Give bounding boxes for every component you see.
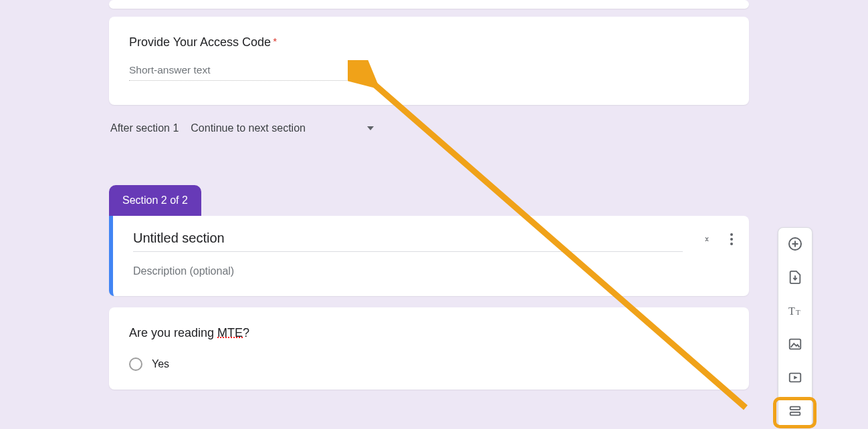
text-tt-icon: TT <box>787 303 803 319</box>
section-description-placeholder[interactable]: Description (optional) <box>133 265 729 277</box>
short-answer-preview: Short-answer text <box>129 64 366 81</box>
add-video-button[interactable] <box>786 368 804 387</box>
section-header-card[interactable]: Untitled section Description (optional) … <box>109 216 749 296</box>
svg-rect-10 <box>790 412 800 416</box>
section-badge: Section 2 of 2 <box>109 185 201 216</box>
add-image-button[interactable] <box>786 335 804 353</box>
section-2-block: Section 2 of 2 Untitled section Descript… <box>109 185 749 296</box>
after-section-row: After section 1 Continue to next section <box>109 118 749 138</box>
prev-card-peek <box>109 0 749 9</box>
svg-marker-8 <box>794 376 798 380</box>
svg-rect-9 <box>790 407 800 410</box>
chevron-down-icon <box>367 126 374 130</box>
svg-text:T: T <box>788 305 795 317</box>
question-card-access-code[interactable]: Provide Your Access Code* Short-answer t… <box>109 17 749 105</box>
import-questions-button[interactable] <box>786 268 804 287</box>
question-title: Provide Your Access Code* <box>129 35 729 49</box>
chevron-up-icon: ⌃ <box>703 240 710 245</box>
question-title: Are you reading MTE? <box>129 326 729 340</box>
option-label: Yes <box>152 358 169 370</box>
radio-option[interactable]: Yes <box>129 358 729 371</box>
add-title-button[interactable]: TT <box>786 301 804 320</box>
question-card-reading-mte[interactable]: Are you reading MTE? Yes <box>109 307 749 390</box>
form-column: Provide Your Access Code* Short-answer t… <box>109 0 749 390</box>
import-file-icon <box>788 270 802 285</box>
add-section-button[interactable] <box>786 402 804 420</box>
add-question-button[interactable] <box>786 235 804 253</box>
video-icon <box>788 370 802 385</box>
after-section-label: After section 1 <box>110 122 179 134</box>
collapse-section-button[interactable]: ⌄ ⌃ <box>703 234 710 245</box>
plus-circle-icon <box>787 236 803 252</box>
floating-toolbar: TT <box>778 227 812 428</box>
section-actions: ⌄ ⌃ <box>703 233 733 245</box>
after-section-dropdown[interactable]: Continue to next section <box>191 118 374 138</box>
radio-icon <box>129 358 142 371</box>
svg-text:T: T <box>796 308 800 316</box>
section-title-input[interactable]: Untitled section <box>133 231 683 252</box>
app-canvas: Provide Your Access Code* Short-answer t… <box>0 0 868 429</box>
required-star: * <box>273 35 277 47</box>
section-split-icon <box>788 404 802 418</box>
section-more-menu[interactable] <box>730 233 733 245</box>
image-icon <box>788 337 802 351</box>
